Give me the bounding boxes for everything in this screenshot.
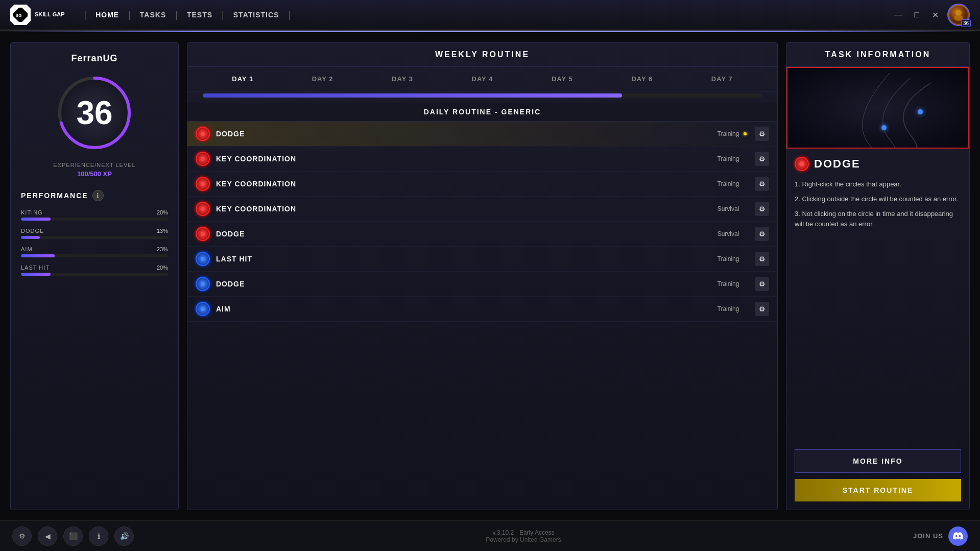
task-gear-button[interactable]: ⚙	[755, 202, 769, 216]
main-content: FerranUG 36 EXPERIENCE/NEXT LEVEL 100/50	[0, 32, 980, 520]
task-row[interactable]: DODGE Training ⚙	[187, 272, 777, 297]
weekly-routine-header: WEEKLY ROUTINE	[187, 43, 777, 67]
stat-label: DODGE	[21, 228, 44, 234]
xp-label: EXPERIENCE/NEXT LEVEL	[53, 162, 135, 168]
stat-pct: 20%	[157, 265, 168, 271]
nav-statistics[interactable]: STATISTICS	[228, 9, 284, 21]
stat-bar-fill	[21, 236, 40, 239]
day-tab[interactable]: DAY 7	[707, 73, 737, 85]
day-tab[interactable]: DAY 4	[468, 73, 497, 85]
task-title-row: DODGE	[795, 157, 961, 171]
stat-bar-fill	[21, 254, 55, 257]
nav-tests[interactable]: TESTS	[182, 9, 218, 21]
preview-dot	[918, 109, 923, 114]
stat-row: KITING 20%	[21, 209, 168, 221]
stat-label: AIM	[21, 246, 33, 252]
nav-sep-1: |	[84, 10, 86, 20]
stat-bar-fill	[21, 218, 51, 221]
back-button[interactable]: ◀	[38, 526, 57, 546]
day-tab[interactable]: DAY 1	[228, 73, 257, 85]
level-number: 36	[76, 94, 112, 132]
task-row[interactable]: KEY COORDINATION Training ⚙	[187, 172, 777, 197]
maximize-button[interactable]: □	[911, 9, 923, 21]
nav-sep-5: |	[288, 10, 291, 20]
task-type: Survival	[708, 230, 749, 237]
nav-tasks[interactable]: TASKS	[135, 9, 171, 21]
weekly-progress-bar-container	[187, 91, 777, 103]
nav-sep-3: |	[175, 10, 178, 20]
task-type: Survival	[708, 205, 749, 212]
task-gear-button[interactable]: ⚙	[755, 227, 769, 241]
svg-text:SG: SG	[16, 13, 22, 18]
task-gear-button[interactable]: ⚙	[755, 127, 769, 141]
nav-sep-4: |	[222, 10, 224, 20]
task-row[interactable]: DODGE Training ⚙	[187, 122, 777, 147]
stat-bar-bg	[21, 254, 168, 257]
close-button[interactable]: ✕	[929, 9, 941, 21]
task-info-name: DODGE	[814, 157, 861, 171]
task-instructions: 1. Right-click the circles that appear.2…	[795, 179, 961, 230]
logo: SG SKILL GAP	[10, 5, 64, 25]
task-type: Training	[708, 305, 749, 313]
task-gear-button[interactable]: ⚙	[755, 277, 769, 291]
stat-pct: 20%	[157, 209, 168, 215]
svg-point-9	[201, 157, 205, 161]
weekly-progress-bar-bg	[203, 93, 762, 98]
start-routine-button[interactable]: START ROUTINE	[795, 479, 961, 501]
xp-value: 100/500 XP	[77, 170, 112, 178]
svg-point-12	[201, 232, 205, 236]
task-row[interactable]: KEY COORDINATION Survival ⚙	[187, 197, 777, 222]
task-selected-icon	[795, 157, 809, 171]
task-gear-button[interactable]: ⚙	[755, 252, 769, 266]
settings-button[interactable]: ⚙	[12, 526, 32, 546]
stat-row: LAST HIT 20%	[21, 265, 168, 276]
user-level-badge: 36	[961, 19, 971, 27]
svg-point-14	[201, 282, 205, 286]
day-tab[interactable]: DAY 6	[627, 73, 657, 85]
more-info-button[interactable]: MORE INFO	[795, 449, 961, 473]
task-gear-button[interactable]: ⚙	[755, 302, 769, 316]
task-type: Training	[708, 255, 749, 262]
task-gear-button[interactable]: ⚙	[755, 177, 769, 191]
performance-title: PERFORMANCE	[21, 191, 88, 200]
minimize-button[interactable]: —	[892, 9, 904, 21]
task-icon	[196, 277, 210, 291]
day-tab[interactable]: DAY 3	[388, 73, 417, 85]
task-icon	[196, 177, 210, 191]
task-name: KEY COORDINATION	[216, 155, 702, 163]
task-icon	[196, 252, 210, 266]
task-info-header: TASK INFORMATION	[786, 43, 969, 67]
topbar-right: — □ ✕ 36	[892, 4, 970, 26]
svg-point-15	[201, 307, 205, 311]
topbar: SG SKILL GAP | HOME | TASKS | TESTS | ST…	[0, 0, 980, 31]
join-us-label[interactable]: JOIN US	[913, 532, 943, 540]
task-row[interactable]: LAST HIT Training ⚙	[187, 247, 777, 272]
task-type: Training	[708, 155, 749, 162]
discord-button[interactable]	[948, 526, 968, 546]
task-row[interactable]: KEY COORDINATION Training ⚙	[187, 147, 777, 172]
task-row[interactable]: AIM Training ⚙	[187, 297, 777, 322]
task-dot	[744, 132, 747, 135]
task-gear-button[interactable]: ⚙	[755, 152, 769, 166]
nav-home[interactable]: HOME	[90, 9, 124, 21]
svg-point-8	[201, 132, 205, 136]
task-row[interactable]: DODGE Survival ⚙	[187, 222, 777, 247]
day-tab[interactable]: DAY 5	[547, 73, 577, 85]
nav-links: | HOME | TASKS | TESTS | STATISTICS |	[80, 9, 892, 21]
logo-text: SKILL GAP	[35, 11, 64, 18]
info-button[interactable]: ℹ	[89, 526, 108, 546]
day-tabs: DAY 1DAY 2DAY 3DAY 4DAY 5DAY 6DAY 7	[187, 67, 777, 91]
screen-button[interactable]: ⬛	[63, 526, 83, 546]
sound-button[interactable]: 🔊	[114, 526, 134, 546]
performance-info-icon[interactable]: ℹ	[92, 190, 104, 201]
task-icon	[196, 152, 210, 166]
task-icon	[196, 227, 210, 241]
left-panel: FerranUG 36 EXPERIENCE/NEXT LEVEL 100/50	[10, 42, 179, 510]
stat-bar-bg	[21, 236, 168, 239]
username: FerranUG	[71, 53, 117, 64]
task-name: LAST HIT	[216, 255, 702, 263]
task-type: Training	[708, 280, 749, 288]
task-name: DODGE	[216, 230, 702, 238]
day-tab[interactable]: DAY 2	[308, 73, 338, 85]
stat-row: AIM 23%	[21, 246, 168, 257]
